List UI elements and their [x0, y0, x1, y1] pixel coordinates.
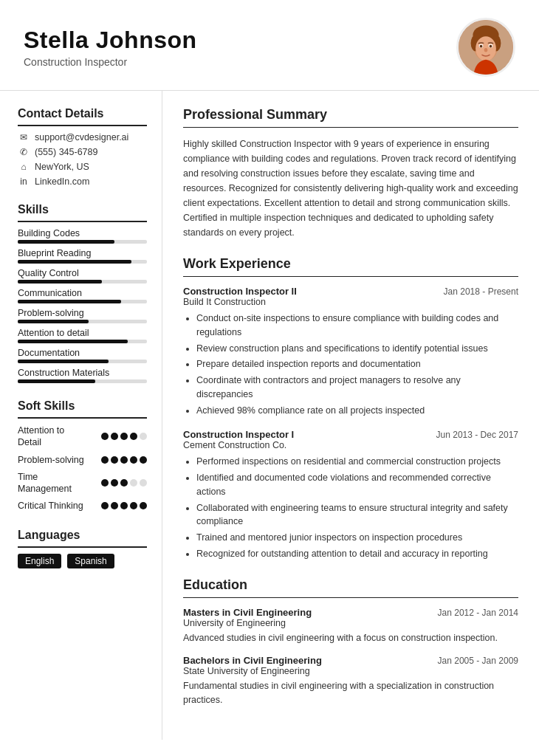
job-bullet: Achieved 98% compliance rate on all proj… [196, 404, 518, 418]
skill-bar-fill [18, 360, 109, 363]
experience-section-title: Work Experience [183, 256, 518, 277]
edu-desc: Fundamental studies in civil engineering… [183, 679, 518, 707]
skill-item: Attention to detail [18, 328, 147, 343]
content-area: Professional Summary Highly skilled Cons… [162, 91, 539, 740]
edu-dates: Jan 2005 - Jan 2009 [438, 656, 518, 666]
skill-name: Construction Materials [18, 368, 147, 378]
soft-skill-item: Attention to Detail [18, 425, 147, 449]
job-bullets: Performed inspections on residential and… [183, 455, 518, 560]
skill-dot [130, 433, 137, 440]
job-bullet: Prepare detailed inspection reports and … [196, 357, 518, 371]
skill-bar-fill [18, 320, 89, 323]
skill-dot [140, 502, 147, 509]
languages-section: Languages EnglishSpanish [18, 529, 147, 568]
skill-name: Blueprint Reading [18, 248, 147, 258]
job-title: Construction Inspector II [183, 286, 297, 297]
skills-section-title: Skills [18, 203, 147, 222]
svg-point-10 [484, 48, 488, 52]
phone-icon: ✆ [18, 147, 30, 157]
avatar [456, 18, 515, 77]
summary-section: Professional Summary Highly skilled Cons… [183, 107, 518, 240]
skill-item: Quality Control [18, 268, 147, 284]
job-bullet: Performed inspections on residential and… [196, 455, 518, 469]
job-bullet: Collaborated with engineering teams to e… [196, 501, 518, 529]
edu-school: University of Engineering [183, 618, 518, 628]
skill-bar-fill [18, 280, 102, 284]
skill-dot [111, 433, 118, 440]
skills-section: Skills Building Codes Blueprint Reading … [18, 203, 147, 383]
skill-dot [140, 479, 147, 487]
contact-value: (555) 345-6789 [35, 147, 97, 157]
skill-dots [101, 479, 147, 487]
contact-value: support@cvdesigner.ai [35, 132, 128, 142]
skill-bar-bg [18, 260, 147, 264]
skill-dots [101, 433, 147, 440]
skill-bar-bg [18, 320, 147, 323]
candidate-name: Stella Johnson [24, 27, 197, 54]
job-header: Construction Inspector I Jun 2013 - Dec … [183, 429, 518, 440]
skill-dot [120, 479, 128, 487]
soft-skills-section: Soft Skills Attention to DetailProblem-s… [18, 399, 147, 512]
summary-text: Highly skilled Construction Inspector wi… [183, 137, 518, 240]
contact-item: ✆(555) 345-6789 [18, 147, 147, 157]
skill-dots [101, 502, 147, 509]
soft-skills-section-title: Soft Skills [18, 399, 147, 419]
job-company: Cement Construction Co. [183, 440, 518, 450]
edu-dates: Jan 2012 - Jan 2014 [438, 608, 518, 618]
skill-bar-fill [18, 260, 131, 264]
job-item: Construction Inspector I Jun 2013 - Dec … [183, 429, 518, 560]
skill-bar-bg [18, 360, 147, 363]
skill-dot [101, 502, 109, 509]
skill-item: Communication [18, 288, 147, 303]
soft-skill-name: Time Management [18, 471, 84, 495]
soft-skill-item: Critical Thinking [18, 500, 147, 512]
skill-dots [101, 456, 147, 464]
summary-section-title: Professional Summary [183, 107, 518, 128]
edu-header: Masters in Civil Engineering Jan 2012 - … [183, 607, 518, 618]
contact-item: ✉support@cvdesigner.ai [18, 132, 147, 142]
edu-item: Bachelors in Civil Engineering Jan 2005 … [183, 655, 518, 707]
skill-bar-fill [18, 240, 114, 244]
svg-point-8 [480, 45, 483, 48]
skill-bar-fill [18, 340, 128, 343]
location-icon: ⌂ [18, 162, 30, 172]
skill-name: Problem-solving [18, 308, 147, 318]
education-section-title: Education [183, 577, 518, 598]
job-bullet: Review construction plans and specificat… [196, 342, 518, 356]
language-tag: Spanish [67, 554, 114, 568]
candidate-title: Construction Inspector [24, 56, 197, 68]
job-dates: Jan 2018 - Present [444, 286, 518, 297]
soft-skill-name: Attention to Detail [18, 425, 84, 449]
soft-skill-name: Problem-solving [18, 454, 84, 466]
language-tag: English [18, 554, 61, 568]
linkedin-icon: in [18, 176, 30, 187]
contact-item: inLinkedIn.com [18, 176, 147, 187]
skill-dot [120, 502, 128, 509]
header-left: Stella Johnson Construction Inspector [24, 27, 197, 69]
skill-dot [101, 479, 109, 487]
skill-item: Building Codes [18, 228, 147, 244]
job-item: Construction Inspector II Jan 2018 - Pre… [183, 286, 518, 417]
job-bullet: Identified and documented code violation… [196, 471, 518, 499]
edu-degree: Masters in Civil Engineering [183, 607, 312, 618]
skill-dot [120, 456, 128, 464]
skill-name: Building Codes [18, 228, 147, 238]
job-dates: Jun 2013 - Dec 2017 [436, 430, 518, 440]
email-icon: ✉ [18, 132, 30, 142]
job-header: Construction Inspector II Jan 2018 - Pre… [183, 286, 518, 297]
job-title: Construction Inspector I [183, 429, 294, 440]
skill-name: Attention to detail [18, 328, 147, 338]
soft-skill-name: Critical Thinking [18, 500, 84, 512]
skill-bar-bg [18, 379, 147, 383]
skill-bar-bg [18, 340, 147, 343]
skill-bar-fill [18, 300, 121, 303]
svg-point-9 [490, 45, 492, 48]
contact-value: LinkedIn.com [35, 176, 89, 187]
job-bullet: Conduct on-site inspections to ensure co… [196, 312, 518, 340]
skill-dot [130, 456, 137, 464]
skill-bar-fill [18, 379, 95, 383]
skill-bar-bg [18, 280, 147, 284]
job-bullets: Conduct on-site inspections to ensure co… [183, 312, 518, 417]
edu-school: State University of Engineering [183, 666, 518, 676]
soft-skill-item: Problem-solving [18, 454, 147, 466]
